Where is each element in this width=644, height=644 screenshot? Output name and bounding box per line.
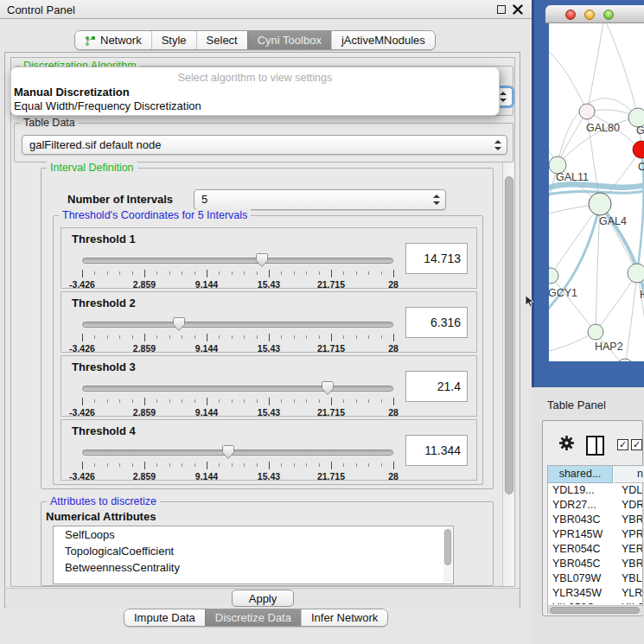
dropdown-option-equal-width[interactable]: Equal Width/Frequency Discretization (14, 99, 201, 112)
close-traffic-light-icon[interactable] (565, 10, 576, 20)
threshold-label: Threshold 1 (72, 233, 136, 245)
dropdown-prompt: Select algorithm to view settings (11, 72, 499, 84)
threshold-4-panel: Threshold 4 -3.4262.8599.14415.4321.7152… (61, 419, 477, 481)
apply-button[interactable]: Apply (232, 590, 294, 607)
node-label: HAP2 (595, 341, 623, 353)
slider-track[interactable] (82, 258, 393, 264)
node-gcy1[interactable] (549, 268, 558, 284)
table-cell: YDR27... (552, 498, 613, 513)
tab-select[interactable]: Select (196, 31, 247, 49)
table-cell: YER0 (622, 542, 642, 557)
table-row[interactable]: YDL19...YDL1 (548, 483, 642, 498)
discretize-data-pane: Discretization Algorithm Table Data galF… (10, 57, 515, 587)
top-tab-bar: Network Style Select Cyni Toolbox jActiv… (74, 30, 436, 50)
attribute-item[interactable]: SelfLoops (54, 526, 453, 543)
slider-thumb-icon[interactable] (256, 253, 268, 267)
node-label: GCY1 (549, 287, 577, 299)
bottom-tab-bar: Impute Data Discretize Data Infer Networ… (124, 609, 388, 627)
slider-track[interactable] (82, 450, 393, 456)
combobox-value: galFiltered.sif default node (29, 136, 161, 154)
list-scrollbar[interactable] (443, 527, 452, 583)
node-h[interactable] (628, 264, 644, 283)
number-of-intervals-label: Number of Intervals (67, 193, 173, 206)
slider-thumb-icon[interactable] (173, 317, 185, 331)
table-cell: YBR043C (552, 513, 613, 527)
threshold-4-slider[interactable]: -3.4262.8599.14415.4321.71528 (82, 445, 393, 480)
tab-cyni-toolbox[interactable]: Cyni Toolbox (247, 31, 331, 49)
attributes-list[interactable]: SelfLoopsTopologicalCoefficientBetweenne… (53, 526, 454, 584)
threshold-1-slider[interactable]: -3.4262.8599.14415.4321.71528 (82, 253, 393, 288)
node-table-body: YDL19...YDL1YDR27...YDR2YBR043CYBR0YPR14… (548, 483, 642, 604)
attribute-item[interactable]: TopologicalCoefficient (54, 543, 453, 559)
dropdown-option-manual[interactable]: Manual Discretization (14, 86, 130, 99)
threshold-3-slider[interactable]: -3.4262.8599.14415.4321.71528 (82, 381, 393, 416)
show-columns-icon[interactable] (586, 436, 604, 456)
node-hap2[interactable] (588, 324, 603, 340)
column-header-shared-name[interactable]: shared... (548, 466, 613, 483)
group-title: Table Data (20, 117, 79, 129)
group-title: Threshold's Coordinates for 5 Intervals (59, 209, 251, 221)
threshold-2-slider[interactable]: -3.4262.8599.14415.4321.71528 (82, 317, 393, 352)
attribute-item[interactable]: BetweennessCentrality (54, 559, 453, 576)
table-row[interactable]: YER054CYER0 (548, 542, 642, 557)
node-gal80[interactable] (579, 104, 595, 119)
table-cell: YPR1 (622, 527, 642, 542)
table-row[interactable]: YLR345WYLR3 (548, 586, 642, 601)
table-row[interactable]: YBR043CYBR0 (548, 513, 642, 527)
table-data-group: Table Data galFiltered.sif default node (14, 123, 513, 163)
slider-track[interactable] (82, 322, 393, 328)
list-scrollbar-thumb[interactable] (444, 529, 451, 565)
table-cell: YDR2 (622, 498, 642, 513)
slider-ticks (82, 270, 393, 278)
tab-jactivemnodules[interactable]: jActiveMNodules (331, 31, 435, 49)
slider-scale-labels: -3.4262.8599.14415.4321.71528 (82, 407, 393, 418)
node-label: GAL80 (586, 122, 620, 134)
slider-thumb-icon[interactable] (322, 381, 334, 395)
number-of-intervals-combobox[interactable]: 5 (194, 189, 446, 210)
table-hscrollbar-thumb[interactable] (550, 607, 640, 614)
table-data-combobox[interactable]: galFiltered.sif default node (22, 135, 507, 155)
table-cell: YIL052C (552, 601, 613, 604)
select-all-checkbox-icon[interactable]: ✓ (617, 439, 628, 450)
gear-icon[interactable] (558, 434, 576, 452)
float-window-icon[interactable] (497, 5, 506, 14)
table-row[interactable]: YPR145WYPR1 (548, 527, 642, 542)
table-row[interactable]: YDR27...YDR2 (548, 498, 642, 513)
tab-style[interactable]: Style (151, 31, 196, 49)
tab-impute-data[interactable]: Impute Data (124, 609, 205, 626)
table-cell: YBL0 (622, 571, 642, 586)
panel-scrollbar-thumb[interactable] (505, 176, 513, 494)
network-window-titlebar[interactable] (545, 5, 644, 23)
cyni-toolbox-panel: Discretization Algorithm Table Data galF… (4, 52, 520, 608)
table-row[interactable]: YIL052CYIL0 (548, 601, 642, 604)
minimize-traffic-light-icon[interactable] (584, 10, 595, 20)
slider-scale-labels: -3.4262.8599.14415.4321.71528 (82, 471, 393, 481)
network-canvas[interactable]: GAL80 GA GAL11 GAL4 GCY1 H HAP2 C (549, 23, 644, 361)
slider-thumb-icon[interactable] (222, 445, 234, 459)
threshold-1-value-field[interactable]: 14.713 (405, 243, 468, 274)
table-cell: YBL079W (552, 571, 613, 586)
table-row[interactable]: YBR045CYBR0 (548, 557, 642, 571)
interval-definition-group: Interval Definition Number of Intervals … (41, 168, 494, 489)
close-icon[interactable] (513, 4, 523, 15)
stepper-icon (494, 140, 501, 150)
table-row[interactable]: YBL079WYBL0 (548, 571, 642, 586)
thresholds-group: Threshold's Coordinates for 5 Intervals … (53, 215, 483, 485)
tab-label: jActiveMNodules (341, 34, 425, 47)
zoom-traffic-light-icon[interactable] (603, 10, 614, 20)
tab-label: Network (100, 34, 142, 47)
tab-network[interactable]: Network (75, 31, 151, 49)
threshold-2-value-field[interactable]: 6.316 (405, 307, 468, 338)
node-gal4[interactable] (589, 193, 611, 215)
slider-track[interactable] (82, 386, 393, 392)
panel-scrollbar[interactable] (502, 163, 514, 586)
node-table: shared... n YDL19...YDL1YDR27...YDR2YBR0… (547, 465, 643, 614)
column-header-name[interactable]: n (614, 466, 644, 483)
select-none-checkbox-icon[interactable]: ✓ (631, 439, 642, 450)
threshold-3-value-field[interactable]: 21.4 (405, 371, 468, 402)
threshold-4-value-field[interactable]: 11.344 (405, 435, 468, 466)
tab-infer-network[interactable]: Infer Network (301, 609, 387, 626)
table-panel-body: ✓ ✓ shared... n YDL19...YDL1YDR27...YDR2… (542, 420, 643, 616)
tab-discretize-data[interactable]: Discretize Data (205, 609, 301, 626)
table-hscrollbar[interactable] (548, 605, 644, 615)
